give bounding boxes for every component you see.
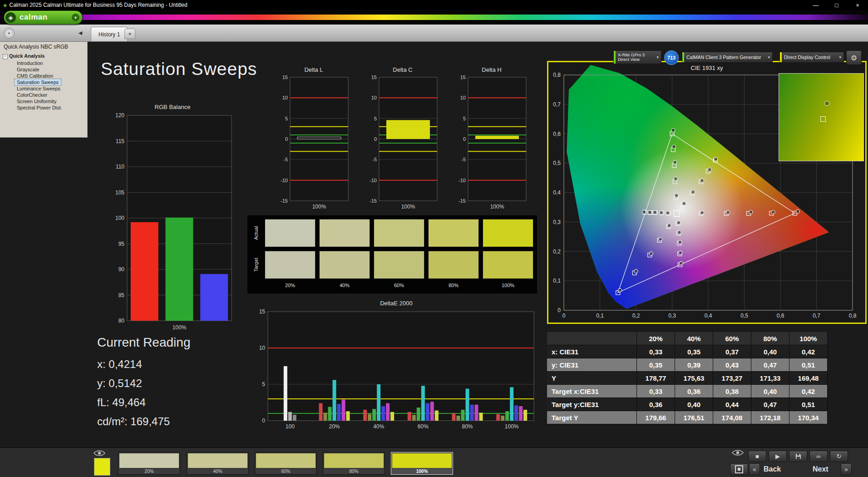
settings-gear-button[interactable]: ⚙ bbox=[846, 50, 862, 65]
sidebar-item-luminance-sweeps[interactable]: Luminance Sweeps bbox=[15, 85, 63, 92]
sidebar-root-quick-analysis[interactable]: − Quick Analysis bbox=[0, 52, 87, 60]
pattern-level-40pct[interactable]: 40% bbox=[187, 452, 249, 475]
svg-text:0,4: 0,4 bbox=[705, 313, 712, 319]
panel-pin-button[interactable]: ● bbox=[4, 28, 15, 39]
deltae-2000-chart: DeltaE 2000 05101510020%40%60%80%100% bbox=[254, 300, 538, 433]
svg-text:CIE 1931 xy: CIE 1931 xy bbox=[691, 65, 723, 71]
pattern-level-20pct[interactable]: 20% bbox=[118, 452, 180, 475]
svg-text:100%: 100% bbox=[401, 204, 415, 210]
svg-text:0,8: 0,8 bbox=[849, 313, 857, 319]
next-button[interactable]: Next bbox=[813, 465, 829, 473]
svg-text:95: 95 bbox=[118, 241, 125, 247]
sidebar-item-introduction[interactable]: Introduction bbox=[15, 60, 45, 66]
pattern-generator-button[interactable]: CalMAN Client 3 Pattern Generator ▾ bbox=[682, 52, 773, 63]
svg-text:-10: -10 bbox=[459, 178, 466, 183]
delta_c-canvas: -15-10-5051015100% bbox=[365, 75, 441, 212]
svg-text:5: 5 bbox=[285, 116, 288, 121]
maximize-button[interactable]: □ bbox=[826, 0, 847, 10]
add-tab-button[interactable]: + bbox=[124, 29, 135, 39]
display-control-label: Direct Display Control bbox=[784, 55, 830, 60]
table-value-cell: 0,36 bbox=[637, 398, 675, 411]
table-value-cell: 0,35 bbox=[637, 358, 675, 372]
pattern-window-button[interactable] bbox=[730, 463, 748, 475]
tree-expander-icon[interactable]: − bbox=[3, 54, 8, 59]
swatch-col-label: 60% bbox=[374, 283, 424, 290]
eye-icon[interactable] bbox=[94, 450, 105, 457]
delta_h-canvas: -15-10-5051015100% bbox=[454, 75, 530, 212]
svg-text:10: 10 bbox=[460, 95, 466, 100]
titlebar: ◈ Calman 2025 Calman Ultimate for Busine… bbox=[0, 0, 868, 10]
table-value-cell: 0,40 bbox=[675, 398, 713, 411]
svg-text:100%: 100% bbox=[490, 204, 504, 210]
chevron-down-icon: ▾ bbox=[768, 55, 770, 60]
inset-measured-point bbox=[824, 101, 829, 106]
sidebar-item-screen-uniformity[interactable]: Screen Uniformity bbox=[15, 98, 59, 104]
svg-text:20%: 20% bbox=[329, 423, 340, 430]
chevrons-right-icon: » bbox=[844, 466, 848, 473]
pattern-preview-swatch[interactable] bbox=[94, 458, 110, 476]
pattern-level-60pct[interactable]: 60% bbox=[255, 452, 317, 475]
saturation-data-table: 20%40%60%80%100%x: CIE310,330,350,370,40… bbox=[547, 332, 828, 424]
level-swatch bbox=[392, 453, 452, 468]
display-control-button[interactable]: Direct Display Control ▾ bbox=[779, 52, 844, 63]
stop-icon: ■ bbox=[755, 453, 759, 460]
logo-dropdown-icon[interactable]: ▾ bbox=[72, 14, 79, 21]
sidebar-item-colorchecker[interactable]: ColorChecker bbox=[15, 92, 49, 98]
meter-count-badge[interactable]: 713 bbox=[664, 50, 679, 65]
tab-history-1[interactable]: History 1 bbox=[91, 27, 128, 41]
stop-button[interactable]: ■ bbox=[748, 451, 766, 462]
actual-target-swatch-panel: ActualTarget20%40%60%80%100% bbox=[247, 215, 537, 293]
save-button[interactable] bbox=[789, 451, 807, 462]
pattern-level-80pct[interactable]: 80% bbox=[323, 452, 385, 475]
bottom-toolbar: ■ ▶ ∞ ↻ « Back Next » 20%40%60%80%100 bbox=[0, 447, 868, 477]
back-chevrons-button[interactable]: « bbox=[749, 463, 760, 475]
calman-menu-button[interactable]: ◈ calman ▾ bbox=[4, 10, 83, 25]
sidebar-item-cms-calibration[interactable]: CMS Calibration bbox=[15, 73, 55, 79]
svg-text:0,3: 0,3 bbox=[668, 313, 676, 319]
svg-text:0,1: 0,1 bbox=[553, 278, 561, 284]
table-row-label: x: CIE31 bbox=[547, 345, 637, 358]
pattern-level-100pct[interactable]: 100% bbox=[391, 452, 453, 475]
table-value-cell: 175,63 bbox=[675, 372, 713, 385]
calman-diamond-icon: ◈ bbox=[5, 12, 16, 23]
cie-inset-zoom bbox=[779, 73, 864, 161]
eye-icon[interactable] bbox=[732, 449, 744, 456]
minimize-button[interactable]: — bbox=[805, 0, 826, 10]
table-value-cell: 176,51 bbox=[675, 411, 713, 424]
play-button[interactable]: ▶ bbox=[769, 451, 787, 462]
window-title: Calman 2025 Calman Ultimate for Business… bbox=[9, 2, 187, 8]
link-button[interactable]: ∞ bbox=[809, 451, 828, 462]
svg-text:110: 110 bbox=[116, 164, 124, 170]
table-value-cell: 0,42 bbox=[789, 345, 828, 358]
swatch-col-label: 40% bbox=[319, 283, 370, 290]
sidebar-item-grayscale[interactable]: Grayscale bbox=[15, 66, 42, 73]
meter-button[interactable]: X-Rite i1Pro 3 Direct View ▾ bbox=[613, 50, 661, 64]
back-button[interactable]: Back bbox=[764, 465, 781, 473]
svg-text:-5: -5 bbox=[461, 157, 466, 162]
refresh-button[interactable]: ↻ bbox=[830, 451, 848, 462]
table-header-cell: 80% bbox=[751, 332, 789, 345]
svg-text:105: 105 bbox=[115, 189, 124, 196]
sidebar-collapse-icon[interactable]: ◀ bbox=[76, 29, 84, 37]
target-swatch-3 bbox=[374, 251, 424, 279]
rainbow-gradient bbox=[0, 15, 868, 20]
svg-text:100: 100 bbox=[115, 215, 124, 221]
table-value-cell: 0,38 bbox=[713, 385, 751, 398]
svg-text:60%: 60% bbox=[418, 423, 429, 430]
delta-c-chart: Delta C -15-10-5051015100% bbox=[365, 66, 441, 214]
swatch-grid-corner bbox=[251, 283, 261, 290]
target-swatch-4 bbox=[428, 251, 479, 279]
sidebar-item-spectral-power-dist[interactable]: Spectral Power Dist. bbox=[15, 104, 64, 111]
level-swatch bbox=[188, 453, 247, 468]
close-button[interactable]: × bbox=[847, 0, 868, 10]
calman-wordmark: calman bbox=[20, 13, 48, 22]
next-chevrons-button[interactable]: » bbox=[841, 463, 852, 475]
target-swatch-1 bbox=[265, 251, 316, 279]
rgb-balance-chart: RGB Balance 80859095100105110115120100% bbox=[110, 104, 235, 334]
svg-text:120: 120 bbox=[115, 112, 124, 119]
current-reading-block: Current Reading x: 0,4214 y: 0,5142 fL: … bbox=[97, 335, 190, 434]
table-value-cell: 169,48 bbox=[789, 372, 828, 385]
swatch-row-label-actual: Actual bbox=[251, 219, 261, 247]
sidebar-item-saturation-sweeps[interactable]: Saturation Sweeps bbox=[15, 79, 61, 85]
meter-mode: Direct View bbox=[618, 57, 645, 62]
